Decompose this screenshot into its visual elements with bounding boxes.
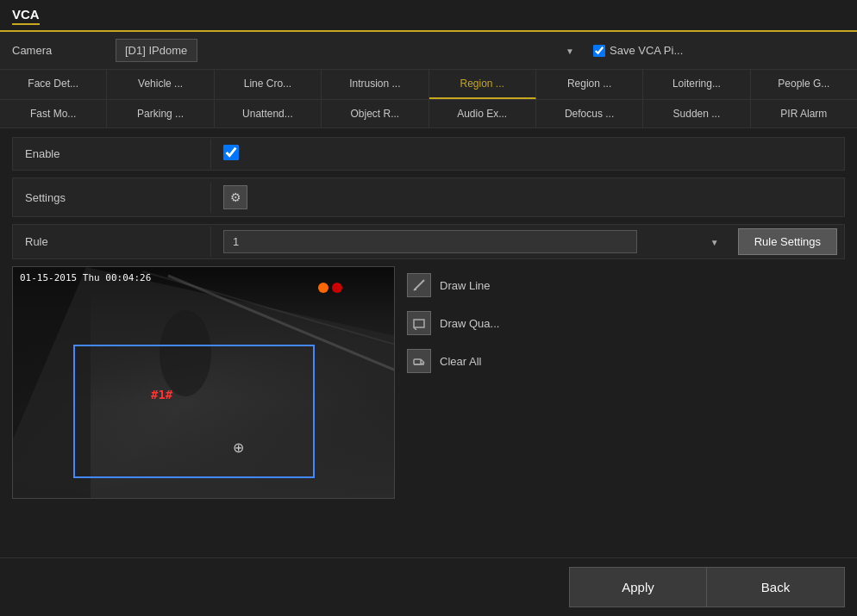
camera-dots — [318, 283, 342, 293]
tabs-row-2: Fast Mo... Parking ... Unattend... Objec… — [0, 100, 857, 128]
camera-select-wrapper: [D1] IPdome — [116, 39, 581, 62]
rule-settings-button[interactable]: Rule Settings — [738, 228, 837, 255]
quad-icon — [412, 316, 426, 330]
tab-region-exit[interactable]: Region ... — [536, 70, 643, 99]
draw-line-label: Draw Line — [440, 279, 491, 292]
settings-value: ⚙ — [211, 178, 844, 216]
tab-line-crossing[interactable]: Line Cro... — [215, 70, 322, 99]
camera-background: #1# ⊕ — [13, 267, 394, 498]
tab-object-removal[interactable]: Object R... — [322, 100, 428, 128]
rule-label: Rule — [13, 227, 211, 257]
draw-line-icon — [407, 273, 431, 297]
draw-quad-button[interactable]: Draw Qua... — [407, 308, 499, 339]
dot-orange — [318, 283, 328, 293]
draw-quad-icon — [407, 311, 431, 335]
preview-area: #1# ⊕ 01-15-2015 Thu 00:04:26 — [12, 266, 845, 499]
svg-rect-9 — [414, 359, 421, 364]
clear-all-button[interactable]: Clear All — [407, 345, 499, 376]
clear-all-label: Clear All — [440, 355, 481, 368]
page-title: VCA — [12, 7, 40, 25]
bottom-bar: Apply Back — [0, 557, 857, 616]
tab-fast-moving[interactable]: Fast Mo... — [0, 100, 107, 128]
enable-row: Enable — [12, 137, 845, 171]
tabs-row-1: Face Det... Vehicle ... Line Cro... Intr… — [0, 70, 857, 100]
rule-select-wrapper: 1 — [211, 225, 738, 258]
enable-checkbox[interactable] — [223, 145, 239, 160]
gear-button[interactable]: ⚙ — [223, 185, 247, 209]
camera-region-box — [73, 345, 315, 478]
tab-unattended[interactable]: Unattend... — [215, 100, 322, 128]
preview-timestamp: 01-15-2015 Thu 00:04:26 — [20, 272, 151, 283]
tab-vehicle[interactable]: Vehicle ... — [107, 70, 214, 99]
camera-row: Camera [D1] IPdome Save VCA Pi... — [0, 32, 857, 70]
tab-intrusion[interactable]: Intrusion ... — [322, 70, 428, 99]
back-button[interactable]: Back — [707, 567, 845, 607]
save-vca-checkbox[interactable] — [593, 45, 605, 57]
camera-region-label: #1# — [151, 388, 172, 401]
svg-rect-7 — [414, 320, 424, 327]
settings-label: Settings — [13, 183, 211, 213]
tab-sudden-scene[interactable]: Sudden ... — [643, 100, 750, 128]
tab-loitering[interactable]: Loitering... — [643, 70, 750, 99]
tab-pir-alarm[interactable]: PIR Alarm — [751, 100, 857, 128]
rule-row: Rule 1 Rule Settings — [12, 224, 845, 259]
clear-all-icon — [407, 349, 431, 373]
camera-preview: #1# ⊕ 01-15-2015 Thu 00:04:26 — [12, 266, 395, 499]
tab-face-detection[interactable]: Face Det... — [0, 70, 107, 99]
tab-people-gathering[interactable]: People G... — [751, 70, 857, 99]
tab-region-entrance[interactable]: Region ... — [429, 70, 536, 99]
dot-red — [332, 283, 342, 293]
save-vca-container: Save VCA Pi... — [593, 44, 683, 57]
camera-label: Camera — [12, 44, 116, 57]
tab-defocus[interactable]: Defocus ... — [536, 100, 643, 128]
enable-value — [211, 138, 844, 170]
eraser-icon — [412, 354, 426, 368]
pencil-icon — [412, 278, 426, 292]
tools-panel: Draw Line Draw Qua... — [407, 266, 499, 376]
draw-quad-label: Draw Qua... — [440, 317, 499, 330]
rule-select[interactable]: 1 — [223, 230, 637, 253]
tab-audio-exception[interactable]: Audio Ex... — [429, 100, 536, 128]
camera-select[interactable]: [D1] IPdome — [116, 39, 197, 62]
draw-line-button[interactable]: Draw Line — [407, 270, 499, 301]
title-bar: VCA — [0, 0, 857, 32]
settings-row: Settings ⚙ — [12, 177, 845, 217]
tab-parking[interactable]: Parking ... — [107, 100, 214, 128]
enable-label: Enable — [13, 139, 211, 169]
content-area: Enable Settings ⚙ Rule 1 Rule Settings — [0, 128, 857, 557]
apply-button[interactable]: Apply — [569, 567, 707, 607]
save-vca-label: Save VCA Pi... — [610, 44, 683, 57]
camera-cursor: ⊕ — [233, 439, 244, 456]
